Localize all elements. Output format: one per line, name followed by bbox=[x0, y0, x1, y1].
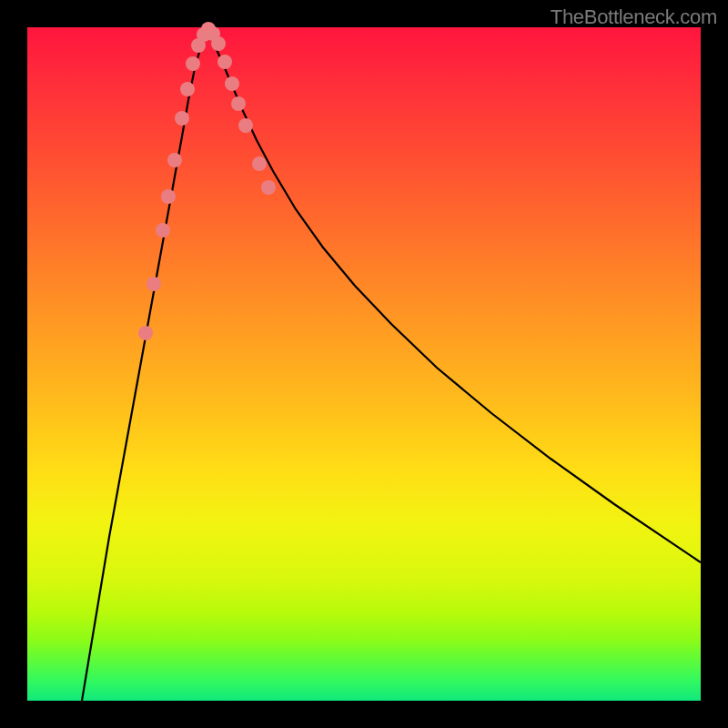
highlight-dot bbox=[211, 36, 226, 51]
highlight-dot bbox=[217, 55, 232, 69]
chart-frame: TheBottleneck.com bbox=[0, 0, 728, 728]
highlight-dot bbox=[175, 111, 189, 126]
curve-svg bbox=[27, 27, 701, 701]
highlight-dot bbox=[261, 180, 276, 195]
highlight-dot bbox=[156, 223, 170, 238]
curve-right-arm bbox=[207, 29, 701, 562]
highlight-dot bbox=[252, 157, 267, 171]
highlight-dot bbox=[161, 189, 176, 204]
curve-left-arm bbox=[82, 29, 207, 701]
watermark-text: TheBottleneck.com bbox=[551, 5, 717, 29]
highlight-dot bbox=[180, 82, 195, 96]
highlight-dot bbox=[231, 96, 246, 111]
highlight-dot bbox=[147, 277, 161, 291]
highlight-dot bbox=[186, 56, 200, 71]
highlight-dot bbox=[225, 76, 239, 91]
plot-area bbox=[27, 27, 701, 701]
highlight-dot bbox=[238, 118, 253, 133]
highlight-dot bbox=[167, 153, 182, 167]
highlight-dot bbox=[138, 326, 153, 340]
